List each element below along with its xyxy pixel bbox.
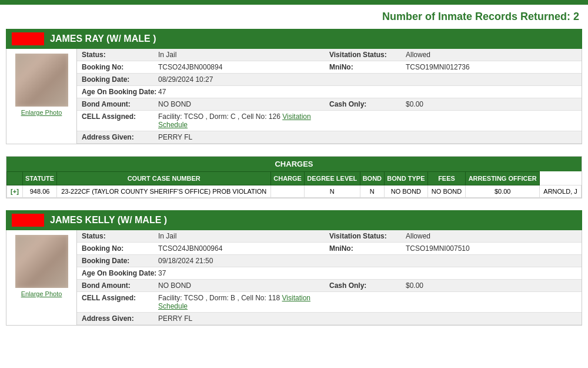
statute-1: 948.06 (22, 185, 56, 198)
photo-2 (15, 235, 68, 288)
enlarge-photo-2[interactable]: Enlarge Photo (21, 290, 62, 297)
inmate-header-1: JAMES RAY (W/ MALE ) (6, 29, 582, 49)
inmate-name-2: JAMES KELLY (W/ MALE ) (50, 215, 167, 226)
col-fees: FEES (427, 172, 466, 185)
photo-col-2: Enlarge Photo (6, 230, 77, 325)
inmate-section-2: JAMES KELLY (W/ MALE ) Enlarge Photo Sta… (6, 210, 582, 326)
col-case-number: COURT CASE NUMBER (57, 172, 271, 185)
cash-value-1: $0.00 (406, 100, 577, 108)
age-value-2: 37 (158, 269, 577, 277)
inmate-section-1: JAMES RAY (W/ MALE ) Enlarge Photo Statu… (6, 29, 582, 144)
info-row-cell-1: CELL Assigned: Facility: TCSO , Dorm: C … (77, 111, 582, 131)
photo-col-1: Enlarge Photo (6, 49, 77, 144)
photo-blur-1 (15, 54, 68, 107)
vis-status-value-1: Allowed (406, 51, 577, 59)
info-col-1: Status: In Jail Visitation Status: Allow… (77, 49, 582, 144)
degree-1: N (305, 185, 360, 198)
booking-no-label-1: Booking No: (82, 63, 158, 71)
inmate-header-2: JAMES KELLY (W/ MALE ) (6, 210, 582, 230)
address-label-2: Address Given: (82, 314, 158, 323)
bond-label-2: Bond Amount: (82, 281, 158, 290)
info-row-bookdate-1: Booking Date: 08/29/2024 10:27 (77, 74, 582, 86)
info-row-bookdate-2: Booking Date: 09/18/2024 21:50 (77, 255, 582, 267)
bond-value-1: NO BOND (158, 100, 329, 108)
cash-value-2: $0.00 (406, 281, 577, 290)
red-block-1 (12, 32, 44, 45)
address-value-1: PERRY FL (158, 133, 577, 141)
address-value-2: PERRY FL (158, 314, 577, 323)
level-1: N (360, 185, 385, 198)
info-row-age-1: Age On Booking Date: 47 (77, 86, 582, 98)
photo-blur-2 (15, 235, 68, 288)
charges-header-row-1: STATUTE COURT CASE NUMBER CHARGE DEGREE … (7, 172, 582, 185)
status-value-1: In Jail (158, 51, 329, 59)
booking-date-label-2: Booking Date: (82, 257, 158, 265)
vis-status-value-2: Allowed (406, 232, 577, 240)
charges-table-1: STATUTE COURT CASE NUMBER CHARGE DEGREE … (6, 171, 582, 198)
bond-type-1: NO BOND (427, 185, 466, 198)
age-label-2: Age On Booking Date: (82, 269, 158, 277)
cell-label-1: CELL Assigned: (82, 112, 158, 129)
col-charge: CHARGE (271, 172, 305, 185)
info-row-status-2: Status: In Jail Visitation Status: Allow… (77, 230, 582, 243)
cell-label-2: CELL Assigned: (82, 294, 158, 310)
officer-1: ARNOLD, J (540, 185, 582, 198)
booking-no-value-1: TCSO24JBN000894 (158, 63, 329, 71)
mni-value-1: TCSO19MNI012736 (406, 63, 577, 71)
address-label-1: Address Given: (82, 133, 158, 141)
charge-row-1: [+] 948.06 23-222CF (TAYLOR COUNTY SHERI… (7, 185, 582, 198)
cash-label-2: Cash Only: (329, 281, 406, 290)
info-row-bond-2: Bond Amount: NO BOND Cash Only: $0.00 (77, 280, 582, 292)
bond-label-1: Bond Amount: (82, 100, 158, 108)
col-statute: STATUTE (22, 172, 56, 185)
booking-no-label-2: Booking No: (82, 244, 158, 253)
info-col-2: Status: In Jail Visitation Status: Allow… (77, 230, 582, 325)
col-officer: ARRESTING OFFICER (466, 172, 540, 185)
info-row-bond-1: Bond Amount: NO BOND Cash Only: $0.00 (77, 98, 582, 111)
info-row-booking-1: Booking No: TCSO24JBN000894 MniNo: TCSO1… (77, 61, 582, 74)
record-count: Number of Inmate Records Returned: 2 (0, 5, 588, 29)
info-row-address-2: Address Given: PERRY FL (77, 313, 582, 325)
col-degree: DEGREE LEVEL (305, 172, 360, 185)
booking-no-value-2: TCSO24JBN000964 (158, 244, 329, 253)
inmate-content-1: Enlarge Photo Status: In Jail Visitation… (6, 49, 582, 144)
status-label-2: Status: (82, 232, 158, 240)
booking-date-value-1: 08/29/2024 10:27 (158, 75, 329, 84)
status-value-2: In Jail (158, 232, 329, 240)
red-block-2 (12, 214, 44, 227)
col-bond-type: BOND TYPE (385, 172, 428, 185)
age-value-1: 47 (158, 88, 577, 96)
mni-value-2: TCSO19MNI007510 (406, 244, 577, 253)
cell-value-1: Facility: TCSO , Dorm: C , Cell No: 126 … (158, 112, 329, 129)
cell-value-2: Facility: TCSO , Dorm: B , Cell No: 118 … (158, 294, 329, 310)
info-row-age-2: Age On Booking Date: 37 (77, 267, 582, 280)
mni-label-1: MniNo: (329, 63, 406, 71)
photo-1 (15, 54, 68, 107)
info-row-status-1: Status: In Jail Visitation Status: Allow… (77, 49, 582, 61)
vis-status-label-1: Visitation Status: (329, 51, 406, 59)
info-row-booking-2: Booking No: TCSO24JBN000964 MniNo: TCSO1… (77, 243, 582, 255)
top-bar (0, 0, 588, 5)
col-bond: BOND (360, 172, 385, 185)
info-row-cell-2: CELL Assigned: Facility: TCSO , Dorm: B … (77, 292, 582, 313)
bond-value-2: NO BOND (158, 281, 329, 290)
fees-1: $0.00 (466, 185, 540, 198)
mni-label-2: MniNo: (329, 244, 406, 253)
inmate-content-2: Enlarge Photo Status: In Jail Visitation… (6, 230, 582, 326)
cash-label-1: Cash Only: (329, 100, 406, 108)
col-expand (7, 172, 23, 185)
status-label-1: Status: (82, 51, 158, 59)
case-number-1: 23-222CF (TAYLOR COUNTY SHERIFF'S OFFICE… (57, 185, 271, 198)
vis-status-label-2: Visitation Status: (329, 232, 406, 240)
age-label-1: Age On Booking Date: (82, 88, 158, 96)
charges-section-1: CHARGES STATUTE COURT CASE NUMBER CHARGE… (6, 156, 582, 198)
charge-1 (271, 185, 305, 198)
charges-title-1: CHARGES (6, 157, 582, 171)
inmate-name-1: JAMES RAY (W/ MALE ) (50, 34, 156, 44)
info-row-address-1: Address Given: PERRY FL (77, 131, 582, 144)
booking-date-label-1: Booking Date: (82, 75, 158, 84)
bond-1: NO BOND (385, 185, 428, 198)
expand-btn-1[interactable]: [+] (7, 185, 23, 198)
enlarge-photo-1[interactable]: Enlarge Photo (21, 109, 62, 116)
booking-date-value-2: 09/18/2024 21:50 (158, 257, 329, 265)
